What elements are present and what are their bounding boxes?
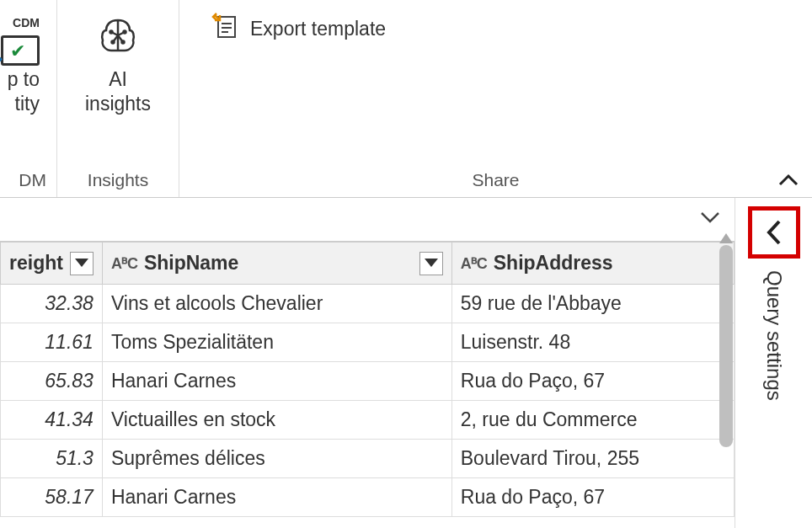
query-settings-label: Query settings [762, 270, 786, 401]
cell-freight: 11.61 [1, 323, 103, 362]
filter-button-freight[interactable] [70, 252, 93, 275]
cell-freight: 41.34 [1, 401, 103, 440]
table-row[interactable]: 58.17 Hanari Carnes Rua do Paço, 67 [1, 478, 735, 517]
cell-shipname: Victuailles en stock [102, 401, 451, 440]
cdm-icon: CDM ➔ ✔ [1, 12, 40, 62]
scroll-up-arrow-icon [719, 233, 733, 243]
ribbon-group-insights: AI insights Insights [57, 0, 179, 197]
cell-freight: 32.38 [1, 285, 103, 323]
cell-shipaddress: Rua do Paço, 67 [451, 478, 734, 517]
column-label-shipaddress: ShipAddress [494, 252, 613, 275]
insights-label-2: insights [85, 92, 151, 116]
ribbon-group-share: Export template Share [179, 0, 812, 197]
text-type-icon: AᴮC [461, 254, 487, 273]
cell-shipname: Toms Spezialitäten [102, 323, 451, 362]
export-template-icon [211, 12, 240, 45]
expand-query-settings-button[interactable] [748, 206, 800, 259]
cell-shipname: Suprêmes délices [102, 440, 451, 478]
formula-input[interactable] [8, 205, 694, 234]
insights-label-1: AI [85, 67, 151, 92]
export-template-button[interactable]: Export template [203, 7, 394, 51]
table-row[interactable]: 65.83 Hanari Carnes Rua do Paço, 67 [1, 362, 735, 401]
data-area: reight AᴮC ShipName [0, 198, 812, 528]
chevron-left-icon [762, 218, 786, 247]
filter-button-shipname[interactable] [419, 252, 443, 275]
table-row[interactable]: 32.38 Vins et alcools Chevalier 59 rue d… [1, 285, 735, 323]
column-header-freight[interactable]: reight [1, 243, 103, 285]
data-grid: reight AᴮC ShipName [0, 242, 735, 517]
group-label-share: Share [190, 167, 802, 194]
cell-shipaddress: Luisenstr. 48 [451, 323, 734, 362]
column-header-shipaddress[interactable]: AᴮC ShipAddress [451, 243, 734, 285]
ribbon-collapse-button[interactable] [777, 172, 800, 195]
column-label-freight: reight [9, 252, 63, 275]
ai-insights-button[interactable]: AI insights [78, 7, 158, 121]
header-row: reight AᴮC ShipName [1, 243, 735, 285]
cell-shipname: Hanari Carnes [102, 478, 451, 517]
column-label-shipname: ShipName [144, 252, 238, 275]
cell-shipaddress: 59 rue de l'Abbaye [451, 285, 734, 323]
ribbon-group-cdm: CDM ➔ ✔ p to tity DM [0, 0, 57, 197]
cell-shipaddress: Boulevard Tirou, 255 [451, 440, 734, 478]
cell-freight: 58.17 [1, 478, 103, 517]
export-template-label: Export template [250, 18, 386, 40]
svg-marker-12 [75, 259, 88, 267]
cdm-label-1: p to [8, 67, 40, 92]
cell-freight: 51.3 [1, 440, 103, 478]
cdm-label-2: tity [8, 92, 40, 116]
cell-freight: 65.83 [1, 362, 103, 401]
group-label-cdm: DM [19, 167, 46, 194]
cell-shipaddress: 2, rue du Commerce [451, 401, 734, 440]
svg-marker-13 [425, 259, 438, 267]
group-label-insights: Insights [88, 167, 148, 194]
table-row[interactable]: 11.61 Toms Spezialitäten Luisenstr. 48 [1, 323, 735, 362]
cell-shipname: Hanari Carnes [102, 362, 451, 401]
cell-shipaddress: Rua do Paço, 67 [451, 362, 734, 401]
brain-icon [94, 12, 142, 62]
map-to-entity-button[interactable]: CDM ➔ ✔ p to tity [0, 7, 46, 121]
cell-shipname: Vins et alcools Chevalier [102, 285, 451, 323]
column-header-shipname[interactable]: AᴮC ShipName [102, 243, 451, 285]
table-row[interactable]: 41.34 Victuailles en stock 2, rue du Com… [1, 401, 735, 440]
scroll-thumb[interactable] [719, 245, 733, 447]
vertical-scrollbar[interactable] [719, 245, 733, 528]
formula-dropdown-button[interactable] [694, 205, 726, 234]
text-type-icon: AᴮC [111, 254, 137, 273]
table-row[interactable]: 51.3 Suprêmes délices Boulevard Tirou, 2… [1, 440, 735, 478]
ribbon: CDM ➔ ✔ p to tity DM [0, 0, 812, 198]
grid-wrap: reight AᴮC ShipName [0, 198, 735, 528]
query-settings-panel-collapsed: Query settings [735, 198, 812, 528]
formula-bar [0, 198, 735, 242]
